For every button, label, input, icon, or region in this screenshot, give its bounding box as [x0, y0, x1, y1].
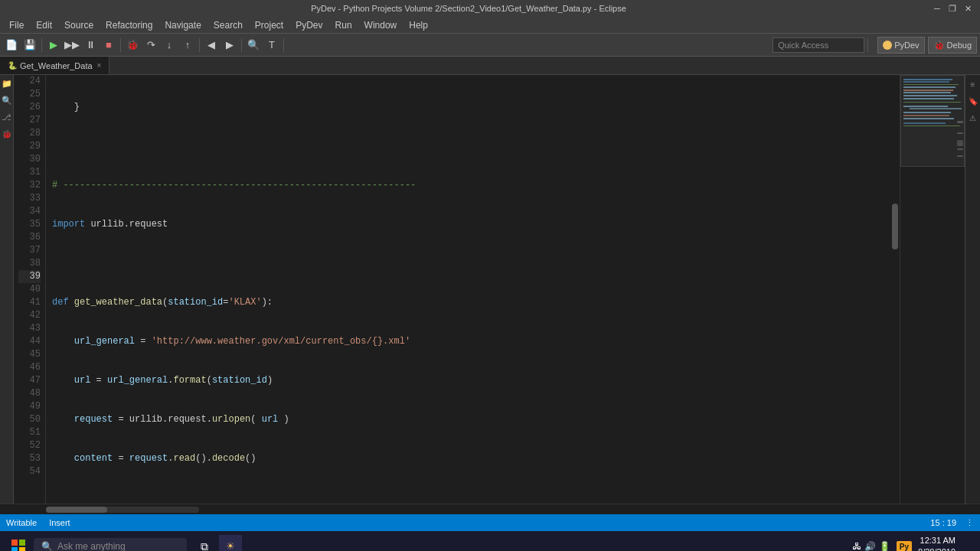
status-bar: Writable Insert 15 : 19 ⋮: [0, 514, 980, 531]
new-button[interactable]: 📄: [3, 37, 20, 54]
svg-rect-2: [11, 547, 18, 551]
menu-search[interactable]: Search: [207, 18, 249, 32]
explorer-icon[interactable]: 📁: [2, 78, 12, 89]
debug-icon: 🐞: [933, 40, 945, 51]
eclipse-taskbar-button[interactable]: ☀: [219, 535, 242, 551]
system-tray: 🖧 🔊 🔋: [852, 541, 890, 551]
title-text: PyDev - Python Projects Volume 2/Section…: [6, 4, 931, 13]
menu-project[interactable]: Project: [249, 18, 289, 32]
svg-rect-3: [19, 547, 25, 551]
stop-button[interactable]: ■: [100, 37, 117, 54]
sep1: [41, 38, 42, 52]
close-button[interactable]: ✕: [962, 2, 974, 15]
pydev-icon: [883, 41, 892, 50]
step-over-button[interactable]: ↷: [142, 37, 159, 54]
line-numbers: 2425262728 2930313233 3435363738 3940414…: [14, 75, 46, 504]
restore-button[interactable]: ❐: [946, 2, 959, 15]
step-return-button[interactable]: ↑: [179, 37, 196, 54]
menu-help[interactable]: Help: [403, 18, 434, 32]
forward-button[interactable]: ▶: [221, 37, 238, 54]
run-button[interactable]: ▶: [45, 37, 62, 54]
right-side-panel: ≡ 🔖 ⚠: [965, 75, 980, 504]
status-right: 15 : 19 ⋮: [930, 518, 974, 528]
debug-side-icon[interactable]: 🐞: [2, 129, 12, 139]
taskbar-clock: 12:31 AM 8/28/2019: [918, 535, 956, 551]
title-bar: PyDev - Python Projects Volume 2/Section…: [0, 0, 980, 17]
toolbar: 📄 💾 ▶ ▶▶ ⏸ ■ 🐞 ↷ ↓ ↑ ◀ ▶ 🔍 T Quick Acces…: [0, 34, 980, 57]
start-button[interactable]: [6, 534, 31, 551]
status-menu-icon[interactable]: ⋮: [965, 518, 974, 528]
taskbar-right: 🖧 🔊 🔋 Py 12:31 AM 8/28/2019: [852, 534, 974, 551]
sep4: [241, 38, 242, 52]
menu-navigate[interactable]: Navigate: [158, 18, 207, 32]
windows-logo-icon: [11, 540, 25, 551]
svg-rect-0: [11, 540, 18, 546]
sep6: [867, 38, 868, 52]
search-side-icon[interactable]: 🔍: [2, 95, 12, 106]
debug-perspective-button[interactable]: 🐞 Debug: [928, 37, 977, 54]
editor-container: 2425262728 2930313233 3435363738 3940414…: [14, 75, 980, 504]
pause-button[interactable]: ⏸: [82, 37, 99, 54]
open-type-button[interactable]: T: [263, 37, 280, 54]
toolbar-right: PyDev 🐞 Debug: [877, 37, 977, 54]
volume-icon[interactable]: 🔊: [864, 541, 876, 551]
outline-icon[interactable]: ≡: [967, 78, 979, 90]
battery-icon: 🔋: [879, 541, 890, 551]
code-area[interactable]: } # ------------------------------------…: [46, 75, 890, 504]
search-placeholder: Ask me anything: [57, 541, 126, 551]
menu-bar: File Edit Source Refactoring Navigate Se…: [0, 17, 980, 34]
tab-bar: 🐍 Get_Weather_Data ×: [0, 57, 980, 75]
svg-rect-1: [19, 540, 25, 546]
annotation-icon[interactable]: ⚠: [967, 112, 979, 124]
run-last-button[interactable]: ▶▶: [64, 37, 80, 54]
menu-refactoring[interactable]: Refactoring: [100, 18, 158, 32]
tab-filename: Get_Weather_Data: [20, 61, 93, 70]
menu-pydev[interactable]: PyDev: [289, 18, 328, 32]
bookmark-icon[interactable]: 🔖: [967, 95, 979, 107]
minimap-viewport: [900, 75, 965, 167]
pydev-label: PyDev: [894, 41, 919, 50]
insert-status: Insert: [49, 518, 70, 527]
taskbar: 🔍 Ask me anything ⧉ ☀ 🖧 🔊 🔋 Py 12:31 AM …: [0, 531, 980, 551]
horizontal-scrollbar[interactable]: [0, 504, 980, 514]
step-into-button[interactable]: ↓: [161, 37, 178, 54]
sep3: [199, 38, 200, 52]
network-icon[interactable]: 🖧: [852, 541, 861, 551]
scrollbar-thumb[interactable]: [892, 204, 898, 249]
menu-file[interactable]: File: [3, 18, 30, 32]
sep2: [120, 38, 121, 52]
search-icon: 🔍: [41, 541, 53, 551]
writable-status: Writable: [6, 518, 37, 527]
menu-source[interactable]: Source: [58, 18, 100, 32]
left-activity-bar: 📁 🔍 ⎇ 🐞: [0, 75, 14, 504]
search-file-button[interactable]: 🔍: [245, 37, 262, 54]
sep5: [283, 38, 284, 52]
pydev-perspective-button[interactable]: PyDev: [877, 37, 924, 54]
tab-close-button[interactable]: ×: [97, 61, 102, 70]
save-button[interactable]: 💾: [21, 37, 38, 54]
cursor-position: 15 : 19: [930, 518, 956, 527]
minimize-button[interactable]: ─: [931, 2, 943, 15]
debug-label: Debug: [947, 41, 972, 50]
minimap[interactable]: [900, 75, 965, 504]
menu-window[interactable]: Window: [358, 18, 403, 32]
menu-edit[interactable]: Edit: [30, 18, 58, 32]
git-icon[interactable]: ⎇: [2, 112, 12, 122]
back-button[interactable]: ◀: [203, 37, 220, 54]
show-desktop-button[interactable]: [962, 534, 974, 551]
vertical-scrollbar[interactable]: [890, 75, 900, 504]
task-view-button[interactable]: ⧉: [193, 535, 216, 551]
menu-run[interactable]: Run: [329, 18, 358, 32]
debug-run-button[interactable]: 🐞: [124, 37, 141, 54]
taskbar-apps: ⧉ ☀: [193, 535, 242, 551]
taskbar-search[interactable]: 🔍 Ask me anything: [34, 538, 187, 551]
clock-time: 12:31 AM: [918, 535, 956, 546]
quick-access-label: Quick Access: [778, 41, 828, 50]
pydev-tray-icon[interactable]: Py: [897, 541, 912, 552]
editor-tab[interactable]: 🐍 Get_Weather_Data ×: [0, 56, 109, 74]
tab-icon: 🐍: [8, 61, 17, 70]
quick-access-box[interactable]: Quick Access: [773, 37, 864, 53]
clock-date: 8/28/2019: [918, 546, 956, 551]
